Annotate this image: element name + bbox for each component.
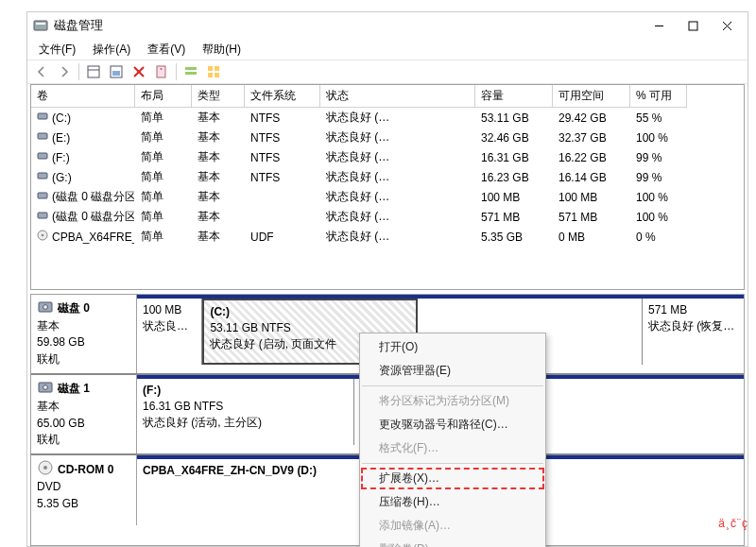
- cell-volume: (E:): [52, 131, 70, 145]
- cell-free: 16.14 GB: [553, 167, 630, 187]
- cell-volume: CPBA_X64FRE_Z…: [52, 231, 135, 244]
- back-button[interactable]: [31, 61, 52, 82]
- col-capacity[interactable]: 容量: [475, 85, 553, 108]
- svg-rect-14: [185, 67, 197, 70]
- col-fs[interactable]: 文件系统: [245, 85, 320, 108]
- hdd-icon: [37, 299, 54, 318]
- forward-button[interactable]: [54, 61, 75, 82]
- cell-fs: NTFS: [245, 128, 320, 147]
- cell-volume: (磁盘 0 磁盘分区 4): [52, 209, 135, 225]
- svg-rect-17: [215, 66, 219, 71]
- partition-block[interactable]: 100 MB状态良好 (EFI 系: [137, 299, 202, 365]
- disc-icon: [37, 230, 48, 244]
- cell-pct: 100 %: [630, 128, 687, 147]
- table-row[interactable]: (磁盘 0 磁盘分区 1)简单基本状态良好 (…100 MB100 MB100 …: [31, 187, 744, 207]
- cell-status: 状态良好 (…: [320, 147, 475, 167]
- col-volume[interactable]: 卷: [31, 85, 135, 108]
- menu-shrink-volume[interactable]: 压缩卷(H)…: [360, 490, 545, 514]
- cell-layout: 简单: [135, 128, 192, 147]
- toolbar-delete-icon[interactable]: [129, 61, 149, 82]
- col-layout[interactable]: 布局: [135, 85, 192, 108]
- cell-fs: [245, 187, 320, 207]
- svg-rect-15: [185, 72, 197, 75]
- cell-status: 状态良好 (…: [320, 207, 475, 227]
- col-status[interactable]: 状态: [320, 85, 475, 108]
- svg-rect-1: [36, 23, 45, 25]
- cell-free: 571 MB: [553, 207, 630, 227]
- table-row[interactable]: (磁盘 0 磁盘分区 4)简单基本状态良好 (…571 MB571 MB100 …: [31, 207, 744, 227]
- menu-explorer[interactable]: 资源管理器(E): [360, 359, 545, 383]
- toolbar-grid-icon[interactable]: [203, 61, 224, 82]
- menu-extend-volume[interactable]: 扩展卷(X)…: [360, 467, 545, 490]
- col-free[interactable]: 可用空间: [553, 85, 630, 108]
- table-header-row: 卷 布局 类型 文件系统 状态 容量 可用空间 % 可用: [31, 85, 744, 108]
- cell-volume: (F:): [52, 151, 70, 164]
- cell-capacity: 571 MB: [475, 207, 553, 227]
- cell-status: 状态良好 (…: [320, 227, 475, 247]
- menu-change-letter[interactable]: 更改驱动器号和路径(C)…: [360, 413, 545, 436]
- svg-rect-3: [689, 22, 697, 30]
- close-button[interactable]: [710, 12, 744, 39]
- svg-rect-0: [34, 21, 47, 30]
- table-row[interactable]: (G:)简单基本NTFS状态良好 (…16.23 GB16.14 GB99 %: [31, 167, 744, 187]
- menu-action[interactable]: 操作(A): [87, 40, 136, 60]
- partition-label: 16.31 GB NTFS: [143, 399, 348, 415]
- disk-header[interactable]: 磁盘 0基本59.98 GB联机: [31, 295, 137, 373]
- cell-volume: (磁盘 0 磁盘分区 1): [52, 189, 135, 205]
- svg-rect-20: [38, 113, 47, 119]
- disk-header[interactable]: 磁盘 1基本65.00 GB联机: [31, 375, 137, 453]
- disk-info-line: 联机: [37, 351, 130, 368]
- cell-free: 16.22 GB: [553, 147, 630, 167]
- menu-view[interactable]: 查看(V): [142, 40, 191, 60]
- cell-capacity: 16.31 GB: [475, 147, 553, 167]
- cell-fs: NTFS: [245, 167, 320, 187]
- svg-point-29: [43, 305, 48, 310]
- partition-block[interactable]: 571 MB状态良好 (恢复分区): [643, 299, 744, 365]
- volume-table[interactable]: 卷 布局 类型 文件系统 状态 容量 可用空间 % 可用 (C:)简单基本NTF…: [30, 84, 745, 290]
- disk-name: 磁盘 0: [58, 300, 90, 316]
- toolbar: [27, 60, 747, 84]
- col-type[interactable]: 类型: [192, 85, 245, 108]
- table-row[interactable]: (C:)简单基本NTFS状态良好 (…53.11 GB29.42 GB55 %: [31, 108, 744, 128]
- partition-block[interactable]: (F:)16.31 GB NTFS状态良好 (活动, 主分区): [137, 379, 354, 445]
- disk-header[interactable]: CD-ROM 0DVD5.35 GB: [31, 455, 137, 525]
- svg-rect-21: [38, 133, 47, 139]
- toolbar-list-icon[interactable]: [180, 61, 201, 82]
- menu-format: 格式化(F)…: [360, 436, 545, 460]
- maximize-button[interactable]: [676, 12, 710, 39]
- volume-icon: [37, 130, 48, 145]
- cell-layout: 简单: [135, 167, 192, 187]
- disk-name: 磁盘 1: [58, 381, 90, 397]
- svg-rect-23: [38, 173, 47, 179]
- cell-pct: 55 %: [630, 108, 687, 128]
- toolbar-view-icon[interactable]: [83, 61, 104, 82]
- cell-fs: UDF: [245, 227, 320, 247]
- minimize-button[interactable]: [642, 12, 676, 39]
- cell-capacity: 53.11 GB: [475, 108, 553, 128]
- menu-open[interactable]: 打开(O): [360, 335, 545, 359]
- svg-rect-9: [112, 71, 120, 76]
- cell-type: 基本: [192, 147, 245, 167]
- disk-info-line: 联机: [37, 432, 130, 448]
- titlebar: 磁盘管理: [27, 12, 747, 39]
- toolbar-properties-icon[interactable]: [151, 61, 172, 82]
- disk-info-line: 65.00 GB: [37, 416, 130, 432]
- cell-pct: 100 %: [630, 187, 687, 207]
- col-pct[interactable]: % 可用: [630, 85, 687, 108]
- svg-rect-16: [208, 66, 213, 71]
- cell-status: 状态良好 (…: [320, 108, 475, 128]
- disk-name: CD-ROM 0: [58, 463, 113, 476]
- cell-type: 基本: [192, 207, 245, 227]
- svg-rect-12: [157, 66, 165, 77]
- cell-capacity: 32.46 GB: [475, 128, 553, 147]
- table-row[interactable]: (F:)简单基本NTFS状态良好 (…16.31 GB16.22 GB99 %: [31, 147, 744, 167]
- menu-help[interactable]: 帮助(H): [197, 40, 247, 60]
- menu-file[interactable]: 文件(F): [33, 40, 81, 60]
- table-row[interactable]: (E:)简单基本NTFS状态良好 (…32.46 GB32.37 GB100 %: [31, 128, 744, 147]
- svg-point-33: [43, 466, 47, 470]
- disk-info-line: DVD: [37, 479, 130, 495]
- cell-pct: 99 %: [630, 167, 687, 187]
- cell-pct: 0 %: [630, 227, 687, 247]
- table-row[interactable]: CPBA_X64FRE_Z…简单基本UDF状态良好 (…5.35 GB0 MB0…: [31, 227, 744, 247]
- toolbar-refresh-icon[interactable]: [106, 61, 127, 82]
